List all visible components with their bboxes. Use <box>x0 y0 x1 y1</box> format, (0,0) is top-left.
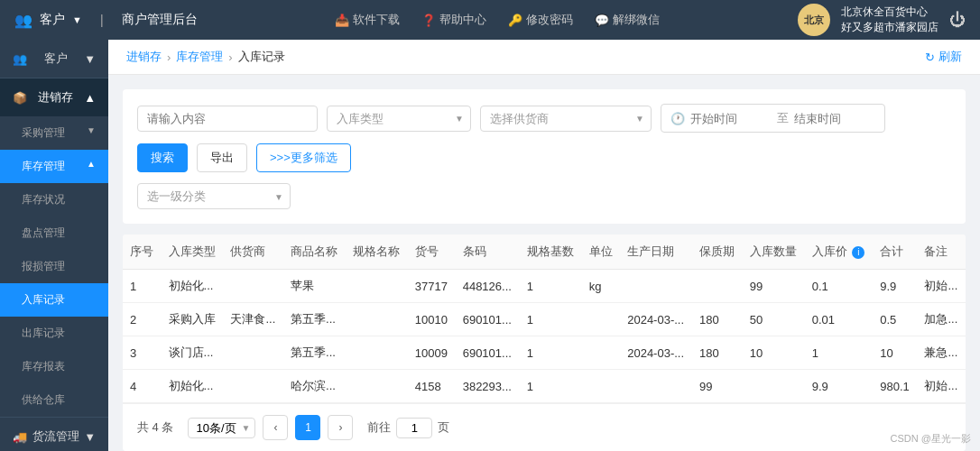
table-cell: 690101... <box>456 336 520 370</box>
table-cell: kg <box>582 270 621 303</box>
table-row: 2采购入库天津食...第五季...10010690101...12024-03-… <box>123 303 966 336</box>
sidebar-item-inventory-check[interactable]: 盘点管理 <box>0 216 108 250</box>
pagination: 共 4 条 10条/页 20条/页 ‹ 1 › 前往 页 <box>123 403 966 451</box>
password-icon: 🔑 <box>508 14 522 27</box>
filter-row-3: 选一级分类 <box>137 183 951 209</box>
start-date-input[interactable] <box>690 112 772 125</box>
page-size-wrapper: 10条/页 20条/页 <box>188 418 255 438</box>
customers-arrow: ▼ <box>84 52 96 66</box>
user-info: 北京休全百货中心 好又多超市潘家园店 <box>841 5 938 35</box>
table-cell: 兼急... <box>917 336 966 370</box>
table-cell: 谈门店... <box>162 336 224 370</box>
customer-label[interactable]: 客户 <box>40 12 65 28</box>
table-cell: 采购入库 <box>162 303 224 336</box>
next-page-button[interactable]: › <box>328 415 353 440</box>
table-cell: 180 <box>692 336 743 370</box>
download-nav-item[interactable]: 📥 软件下载 <box>335 12 400 28</box>
breadcrumb: 进销存 › 库存管理 › 入库记录 ↻ 刷新 <box>108 40 980 75</box>
table-row: 3谈门店...第五季...10009690101...12024-03-...1… <box>123 336 966 370</box>
purchase-label: 采购管理 <box>22 126 65 139</box>
prev-page-button[interactable]: ‹ <box>263 415 288 440</box>
table-cell: 2024-03-... <box>620 336 692 370</box>
date-separator: 至 <box>777 110 789 126</box>
sidebar-header-inventory[interactable]: 📦 进销存 ▲ <box>0 78 108 116</box>
table-cell <box>582 303 621 336</box>
filter-row-1: 入库类型 选择供货商 🕐 至 <box>137 104 951 133</box>
table-cell: 10 <box>743 336 805 370</box>
goto-prefix: 前往 <box>367 419 391 436</box>
sidebar-item-loss-mgmt[interactable]: 报损管理 <box>0 250 108 283</box>
breadcrumb-current: 入库记录 <box>238 49 285 65</box>
supplier-select-wrapper: 选择供货商 <box>480 106 652 132</box>
page-size-select[interactable]: 10条/页 20条/页 <box>188 418 255 438</box>
table-cell <box>223 370 283 403</box>
logout-button[interactable]: ⏻ <box>949 11 966 30</box>
inventory-icon: 📦 <box>13 91 27 105</box>
sidebar-item-stock-status[interactable]: 库存状况 <box>0 183 108 216</box>
password-label: 修改密码 <box>526 12 573 28</box>
export-button[interactable]: 导出 <box>197 143 247 172</box>
sidebar-item-stock-report[interactable]: 库存报表 <box>0 350 108 383</box>
table-cell: 第五季... <box>283 336 346 370</box>
top-nav-center: 📥 软件下载 ❓ 帮助中心 🔑 修改密码 💬 解绑微信 <box>198 12 798 28</box>
sidebar-item-supplier-warehouse[interactable]: 供给仓库 <box>0 383 108 417</box>
sidebar-item-inbound[interactable]: 入库记录 <box>0 283 108 317</box>
sidebar-header-customers[interactable]: 👥 客户 ▼ <box>0 40 108 78</box>
dropdown-icon[interactable]: ▼ <box>72 14 82 25</box>
table-cell: 980.1 <box>873 370 917 403</box>
download-label: 软件下载 <box>353 12 400 28</box>
table-cell <box>346 270 408 303</box>
type-select[interactable]: 入库类型 <box>327 106 471 132</box>
main-layout: 👥 客户 ▼ 📦 进销存 ▲ 采购管理 ▼ 库存管理 ▲ 库存状况 <box>0 40 980 451</box>
sidebar-item-purchase[interactable]: 采购管理 ▼ <box>0 116 108 150</box>
stock-status-label: 库存状况 <box>22 193 65 206</box>
table-cell <box>692 270 743 303</box>
breadcrumb-stock-mgmt[interactable]: 库存管理 <box>176 49 223 65</box>
user-name: 北京休全百货中心 <box>841 5 938 20</box>
more-filter-button[interactable]: >>>更多筛选 <box>256 143 351 172</box>
table-cell <box>582 370 621 403</box>
breadcrumb-sep2: › <box>228 51 232 64</box>
goto-suffix: 页 <box>438 419 449 436</box>
end-date-input[interactable] <box>794 112 875 125</box>
table-header-row: 序号 入库类型 供货商 商品名称 规格名称 货号 条码 规格基数 单位 生产日期… <box>123 235 966 270</box>
stock-mgmt-arrow: ▲ <box>87 159 96 169</box>
table-cell: 448126... <box>456 270 520 303</box>
price-info-icon[interactable]: i <box>852 246 864 259</box>
breadcrumb-inventory[interactable]: 进销存 <box>126 49 162 65</box>
help-nav-item[interactable]: ❓ 帮助中心 <box>421 12 486 28</box>
date-range: 🕐 至 <box>661 104 885 133</box>
wechat-nav-item[interactable]: 💬 解绑微信 <box>595 12 660 28</box>
table-cell: 加急... <box>917 303 966 336</box>
breadcrumb-sep1: › <box>167 51 171 64</box>
goto-input[interactable] <box>396 418 432 438</box>
search-input[interactable] <box>137 106 318 132</box>
table-cell: 9.9 <box>805 370 874 403</box>
inventory-label: 进销存 <box>38 89 73 106</box>
col-qty: 入库数量 <box>743 235 805 270</box>
col-total: 合计 <box>873 235 917 270</box>
col-supplier: 供货商 <box>223 235 283 270</box>
sidebar-item-outbound[interactable]: 出库记录 <box>0 317 108 350</box>
category-select[interactable]: 选一级分类 <box>137 183 291 209</box>
sidebar: 👥 客户 ▼ 📦 进销存 ▲ 采购管理 ▼ 库存管理 ▲ 库存状况 <box>0 40 108 451</box>
outbound-label: 出库记录 <box>22 327 65 339</box>
download-icon: 📥 <box>335 14 349 27</box>
table-cell <box>582 336 621 370</box>
table-cell: 第五季... <box>283 303 346 336</box>
password-nav-item[interactable]: 🔑 修改密码 <box>508 12 573 28</box>
sidebar-header-logistics[interactable]: 🚚 货流管理 ▼ <box>0 418 108 451</box>
table-cell: 3 <box>123 336 162 370</box>
customers-icon: 👥 <box>13 52 27 66</box>
col-unit: 单位 <box>582 235 621 270</box>
supplier-select[interactable]: 选择供货商 <box>480 106 652 132</box>
col-shelf-life: 保质期 <box>692 235 743 270</box>
refresh-button[interactable]: ↻ 刷新 <box>925 49 962 65</box>
current-page-button[interactable]: 1 <box>295 415 320 440</box>
table-cell: 1 <box>520 336 582 370</box>
sidebar-item-stock-mgmt[interactable]: 库存管理 ▲ <box>0 150 108 183</box>
help-label: 帮助中心 <box>439 12 486 28</box>
table-cell: 0.5 <box>873 303 917 336</box>
table-cell: 1 <box>805 336 874 370</box>
search-button[interactable]: 搜索 <box>137 143 188 172</box>
